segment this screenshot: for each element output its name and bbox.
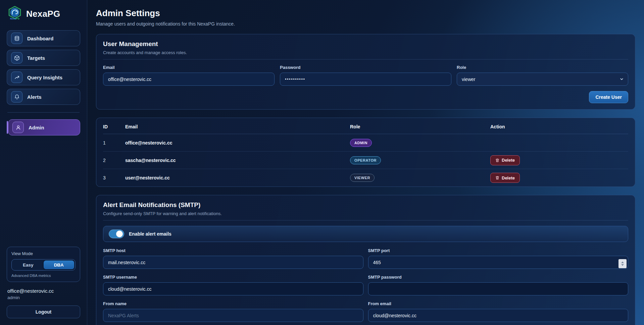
- smtp-password-field[interactable]: [368, 282, 629, 295]
- table-row: 3 user@nesterovic.cc VIEWER Delete: [103, 169, 628, 187]
- smtp-username-label: SMTP username: [103, 275, 363, 280]
- smtp-host-field[interactable]: [103, 256, 363, 269]
- smtp-port-field[interactable]: [368, 256, 629, 269]
- user-id: 2: [103, 158, 125, 163]
- stepper-up-icon: [621, 261, 624, 263]
- user-id: 3: [103, 175, 125, 180]
- logo-text-nexa: Nexa: [10, 17, 16, 20]
- page-title: Admin Settings: [96, 8, 635, 18]
- sidebar-item-targets[interactable]: Targets: [7, 50, 80, 66]
- role-badge: ADMIN: [350, 139, 372, 147]
- role-badge: OPERATOR: [350, 156, 381, 164]
- from-name-label: From name: [103, 301, 363, 306]
- nexapg-logo-icon: NexaPG: [7, 6, 22, 22]
- role-badge: VIEWER: [350, 174, 375, 182]
- col-email: Email: [125, 124, 350, 129]
- users-table-header: ID Email Role Action: [103, 119, 628, 134]
- toggle-knob: [116, 231, 123, 237]
- from-name-field[interactable]: [103, 309, 363, 322]
- sidebar-spacer: [7, 139, 80, 247]
- stepper-down-icon: [621, 264, 624, 266]
- view-mode-panel: View Mode Easy DBA Advanced DBA metrics: [7, 247, 80, 282]
- password-label: Password: [280, 65, 451, 70]
- smtp-card: Alert Email Notifications (SMTP) Configu…: [96, 195, 635, 325]
- trash-icon: [495, 176, 499, 180]
- logout-button[interactable]: Logout: [7, 306, 80, 318]
- main-content: Admin Settings Manage users and outgoing…: [87, 0, 644, 325]
- email-label: Email: [103, 65, 275, 70]
- sidebar-item-label: Dashboard: [27, 36, 53, 41]
- trash-icon: [495, 158, 499, 162]
- new-user-password-field[interactable]: [280, 73, 451, 86]
- create-user-form: Email Password Role viewer: [103, 65, 628, 86]
- sidebar-item-label: Query Insights: [27, 75, 62, 80]
- smtp-host-label: SMTP host: [103, 248, 363, 253]
- users-table-card: ID Email Role Action 1 office@nesterovic…: [96, 118, 635, 187]
- sidebar-item-label: Targets: [27, 55, 45, 61]
- user-email: office@nesterovic.cc: [125, 140, 350, 146]
- enable-alert-emails-row: Enable alert emails: [103, 226, 628, 242]
- smtp-form: SMTP host SMTP port SMTP username SMTP p…: [103, 248, 628, 325]
- from-email-field[interactable]: [368, 309, 629, 322]
- smtp-title: Alert Email Notifications (SMTP): [103, 201, 628, 209]
- chart-icon: [11, 72, 22, 83]
- divider: [103, 220, 628, 220]
- logo-text-pg: PG: [16, 17, 20, 20]
- table-row: 2 sascha@nesterovic.cc OPERATOR Delete: [103, 152, 628, 169]
- user-management-card: User Management Create accounts and mana…: [96, 34, 635, 110]
- sidebar-item-label: Admin: [29, 125, 44, 130]
- user-email: user@nesterovic.cc: [125, 175, 350, 180]
- role-select[interactable]: viewer: [457, 73, 628, 86]
- sidebar-item-admin[interactable]: Admin: [8, 119, 80, 135]
- user-id: 1: [103, 140, 125, 146]
- bell-icon: [11, 91, 22, 103]
- col-role: Role: [350, 124, 490, 129]
- user-icon: [12, 122, 24, 133]
- current-user-email: office@nesterovic.cc: [7, 288, 80, 294]
- col-action: Action: [490, 124, 628, 129]
- smtp-username-field[interactable]: [103, 282, 363, 295]
- sidebar-item-label: Alerts: [27, 94, 42, 100]
- user-email: sascha@nesterovic.cc: [125, 158, 350, 163]
- smtp-port-label: SMTP port: [368, 248, 629, 253]
- delete-user-button[interactable]: Delete: [490, 173, 520, 183]
- divider: [103, 59, 628, 59]
- smtp-password-label: SMTP password: [368, 275, 629, 280]
- table-row: 1 office@nesterovic.cc ADMIN: [103, 134, 628, 152]
- new-user-email-field[interactable]: [103, 73, 275, 86]
- from-email-label: From email: [368, 301, 629, 306]
- smtp-subtitle: Configure send-only SMTP for warning and…: [103, 211, 628, 216]
- number-stepper[interactable]: [618, 259, 627, 268]
- create-user-button[interactable]: Create User: [589, 91, 628, 103]
- enable-alert-emails-toggle[interactable]: [109, 230, 124, 238]
- sidebar-item-query-insights[interactable]: Query Insights: [7, 69, 80, 85]
- cube-icon: [11, 52, 22, 64]
- page-subtitle: Manage users and outgoing notifications …: [96, 21, 635, 27]
- view-mode-label: View Mode: [11, 251, 76, 256]
- chevron-down-icon: [620, 77, 624, 81]
- app-title: NexaPG: [26, 9, 60, 19]
- view-mode-toggle: Easy DBA: [11, 259, 76, 271]
- role-select-value: viewer: [462, 77, 475, 82]
- enable-alert-emails-label: Enable alert emails: [129, 231, 171, 237]
- col-id: ID: [103, 124, 125, 129]
- sidebar-item-alerts[interactable]: Alerts: [7, 89, 80, 105]
- brand-row: NexaPG NexaPG: [7, 6, 80, 22]
- role-label: Role: [457, 65, 628, 70]
- user-management-title: User Management: [103, 40, 628, 48]
- sidebar: NexaPG NexaPG Dashboard Targets: [0, 0, 87, 325]
- view-mode-option-easy[interactable]: Easy: [13, 260, 44, 269]
- user-management-subtitle: Create accounts and manage access roles.: [103, 50, 628, 55]
- current-user-role: admin: [7, 295, 80, 300]
- view-mode-caption: Advanced DBA metrics: [11, 274, 76, 278]
- sidebar-item-dashboard[interactable]: Dashboard: [7, 30, 80, 46]
- sidebar-divider: [7, 112, 80, 113]
- view-mode-option-dba[interactable]: DBA: [44, 260, 75, 269]
- database-icon: [11, 33, 22, 44]
- delete-user-button[interactable]: Delete: [490, 155, 520, 165]
